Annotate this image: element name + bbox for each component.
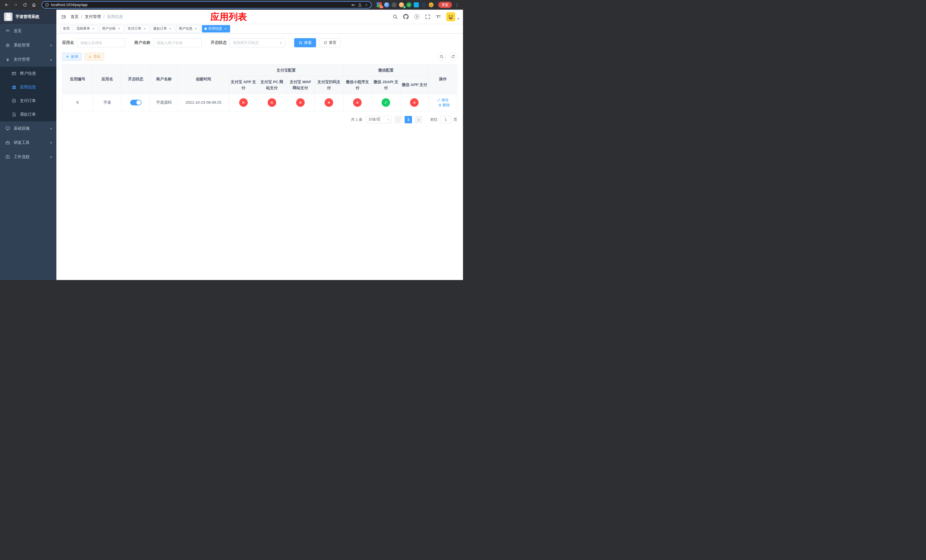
alipay-wap-status-icon: × — [296, 98, 305, 107]
cell-merchant: 芋道源码 — [150, 94, 178, 111]
close-icon[interactable]: × — [143, 27, 147, 31]
search-icon[interactable] — [392, 14, 398, 20]
alipay-pc-status-icon: × — [268, 98, 276, 107]
app-logo[interactable]: 芋道管理系统 — [0, 10, 56, 24]
tab-refund-orders[interactable]: 退款订单× — [151, 25, 175, 32]
close-icon[interactable]: × — [117, 27, 121, 31]
tab-home[interactable]: 首页 — [61, 25, 72, 32]
search-button[interactable]: 搜索 — [294, 38, 316, 47]
help-icon[interactable]: ? — [414, 14, 420, 20]
sidebar-item-dev-tools[interactable]: 研发工具 ▾ — [0, 136, 56, 150]
tab-user-group[interactable]: 用户分组× — [99, 25, 124, 32]
add-button[interactable]: 新增 — [62, 53, 82, 61]
extension-navy-icon[interactable] — [421, 2, 426, 8]
sidebar-item-infrastructure[interactable]: 基础设施 ▾ — [0, 121, 56, 136]
breadcrumb-home[interactable]: 首页 — [71, 14, 79, 20]
dashboard-icon — [5, 29, 10, 33]
sidebar-item-workflow[interactable]: 工作流程 ▾ — [0, 150, 56, 164]
page-number-1[interactable]: 1 — [405, 116, 412, 123]
page-size-select[interactable]: 10条/页 ▾ — [366, 116, 392, 123]
yen-icon: ¥ — [5, 57, 10, 62]
chevron-down-icon: ▾ — [50, 127, 52, 130]
close-icon[interactable]: × — [91, 27, 95, 31]
order-icon — [11, 98, 17, 103]
breadcrumb-current: 应用信息 — [107, 14, 123, 20]
col-header-actions: 操作 — [429, 65, 457, 94]
password-key-icon[interactable] — [351, 3, 356, 7]
col-header-wechat-mini: 微信小程序支付 — [343, 76, 372, 94]
browser-menu-icon[interactable]: ⋮ — [454, 2, 460, 8]
close-icon[interactable]: × — [168, 27, 172, 31]
bookmark-star-icon[interactable]: ☆ — [365, 3, 368, 7]
filter-form: 应用名 商户名称 开启状态 请选择开启状态 ▾ 搜索 — [62, 38, 457, 47]
extension-puzzle-icon[interactable]: 10 — [377, 2, 382, 8]
github-icon[interactable] — [403, 14, 409, 20]
avatar-caret-icon[interactable]: ▾ — [458, 17, 459, 21]
export-button[interactable]: 导出 — [85, 53, 104, 61]
browser-back-button[interactable] — [3, 1, 10, 9]
breadcrumb-payment[interactable]: 支付管理 — [85, 14, 101, 20]
address-bar[interactable]: localhost:1024/pay/app ☆ — [42, 1, 372, 9]
goto-label: 前往 — [430, 117, 438, 122]
goto-page-input[interactable] — [440, 116, 451, 123]
chevron-down-icon: ▾ — [50, 155, 52, 159]
extension-avatar-icon[interactable]: 1 — [399, 2, 404, 8]
extension-check-icon[interactable]: ✓ — [406, 2, 412, 8]
sidebar-item-app-info[interactable]: 应用信息 — [0, 80, 56, 94]
col-header-alipay-qr: 支付宝扫码支付 — [315, 76, 343, 94]
breadcrumb-separator: / — [103, 15, 104, 19]
share-icon[interactable] — [358, 3, 362, 7]
delete-link[interactable]: 删除 — [438, 103, 450, 107]
cell-app-id: 6 — [62, 94, 93, 111]
browser-forward-button[interactable] — [12, 1, 20, 9]
close-icon[interactable]: × — [224, 27, 227, 31]
col-header-wechat-app: 微信 APP 支付 — [400, 76, 428, 94]
sidebar-item-refund-orders[interactable]: 退款订单 — [0, 107, 56, 121]
wechat-mini-status-icon: × — [353, 98, 362, 107]
prev-page-button[interactable]: ‹ — [394, 116, 402, 123]
chevron-down-icon: ▾ — [387, 118, 389, 121]
tab-app-info[interactable]: 应用信息× — [202, 25, 230, 32]
toggle-search-button[interactable] — [437, 52, 446, 61]
sidebar-item-payment-orders[interactable]: 支付订单 — [0, 94, 56, 107]
workflow-icon — [5, 154, 10, 159]
document-icon — [11, 112, 17, 117]
sidebar-item-label: 研发工具 — [14, 140, 30, 145]
pagination: 共 1 条 10条/页 ▾ ‹ 1 › 前往 页 — [62, 116, 457, 123]
chevron-down-icon: ▾ — [50, 44, 52, 47]
refresh-button[interactable] — [449, 52, 457, 61]
tab-payment-orders[interactable]: 支付订单× — [125, 25, 149, 32]
close-icon[interactable]: × — [194, 27, 198, 31]
extension-drop-icon[interactable] — [384, 2, 389, 8]
goto-unit: 页 — [454, 117, 457, 122]
status-toggle[interactable] — [130, 100, 142, 105]
sidebar: 芋道管理系统 首页 系统管理 ▾ ¥ 支付管理 ▴ 商户信息 — [0, 10, 56, 280]
user-avatar[interactable] — [446, 12, 455, 21]
hamburger-icon[interactable] — [61, 14, 67, 20]
status-select[interactable]: 请选择开启状态 ▾ — [230, 38, 285, 47]
tab-process-form[interactable]: 流程表单× — [74, 25, 98, 32]
merchant-name-input[interactable] — [157, 41, 198, 45]
browser-home-button[interactable] — [30, 1, 38, 9]
reset-button[interactable]: 重置 — [319, 38, 341, 47]
extension-square-icon[interactable] — [414, 2, 419, 8]
fullscreen-icon[interactable] — [425, 14, 431, 20]
site-info-icon[interactable] — [45, 3, 49, 7]
sidebar-item-payment[interactable]: ¥ 支付管理 ▴ — [0, 52, 56, 67]
sidebar-item-label: 应用信息 — [20, 85, 36, 90]
font-size-icon[interactable]: TT — [436, 14, 442, 20]
sidebar-item-label: 退款订单 — [20, 112, 36, 117]
sidebar-item-system[interactable]: 系统管理 ▾ — [0, 38, 56, 52]
tab-merchant-info[interactable]: 商户信息× — [176, 25, 200, 32]
sidebar-item-home[interactable]: 首页 — [0, 24, 56, 38]
browser-reload-button[interactable] — [21, 1, 29, 9]
sidebar-item-merchant-info[interactable]: 商户信息 — [0, 67, 56, 80]
app-name-input[interactable] — [80, 41, 122, 45]
edit-link[interactable]: 修改 — [437, 97, 449, 103]
browser-update-button[interactable]: 更新 — [438, 2, 452, 8]
extension-badge: 10 — [379, 6, 384, 9]
logo-avatar — [4, 12, 12, 21]
profile-avatar-icon[interactable] — [428, 2, 434, 8]
next-page-button[interactable]: › — [415, 116, 422, 123]
extension-dark-icon[interactable] — [392, 2, 396, 8]
